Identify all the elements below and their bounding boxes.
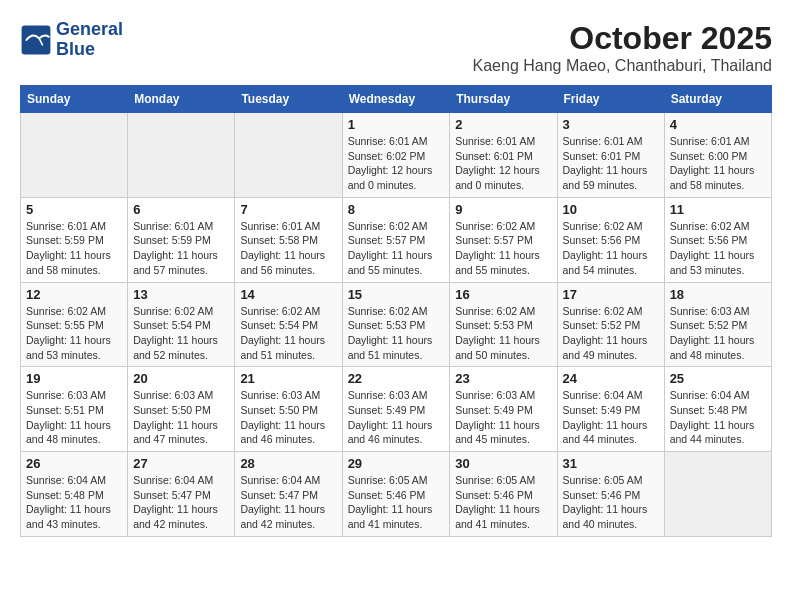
calendar-cell: 28Sunrise: 6:04 AM Sunset: 5:47 PM Dayli… (235, 452, 342, 537)
calendar-table: SundayMondayTuesdayWednesdayThursdayFrid… (20, 85, 772, 537)
calendar-week-1: 1Sunrise: 6:01 AM Sunset: 6:02 PM Daylig… (21, 113, 772, 198)
day-info: Sunrise: 6:02 AM Sunset: 5:54 PM Dayligh… (133, 304, 229, 363)
weekday-header-sunday: Sunday (21, 86, 128, 113)
calendar-cell: 22Sunrise: 6:03 AM Sunset: 5:49 PM Dayli… (342, 367, 450, 452)
calendar-cell: 24Sunrise: 6:04 AM Sunset: 5:49 PM Dayli… (557, 367, 664, 452)
day-number: 14 (240, 287, 336, 302)
calendar-cell: 27Sunrise: 6:04 AM Sunset: 5:47 PM Dayli… (128, 452, 235, 537)
calendar-cell: 1Sunrise: 6:01 AM Sunset: 6:02 PM Daylig… (342, 113, 450, 198)
day-number: 21 (240, 371, 336, 386)
day-info: Sunrise: 6:03 AM Sunset: 5:52 PM Dayligh… (670, 304, 766, 363)
day-info: Sunrise: 6:01 AM Sunset: 6:02 PM Dayligh… (348, 134, 445, 193)
day-number: 9 (455, 202, 551, 217)
day-info: Sunrise: 6:04 AM Sunset: 5:48 PM Dayligh… (670, 388, 766, 447)
day-number: 12 (26, 287, 122, 302)
day-number: 28 (240, 456, 336, 471)
day-info: Sunrise: 6:05 AM Sunset: 5:46 PM Dayligh… (563, 473, 659, 532)
day-info: Sunrise: 6:04 AM Sunset: 5:49 PM Dayligh… (563, 388, 659, 447)
day-info: Sunrise: 6:03 AM Sunset: 5:50 PM Dayligh… (133, 388, 229, 447)
calendar-cell: 3Sunrise: 6:01 AM Sunset: 6:01 PM Daylig… (557, 113, 664, 198)
day-info: Sunrise: 6:02 AM Sunset: 5:52 PM Dayligh… (563, 304, 659, 363)
day-number: 6 (133, 202, 229, 217)
calendar-cell: 5Sunrise: 6:01 AM Sunset: 5:59 PM Daylig… (21, 197, 128, 282)
day-info: Sunrise: 6:04 AM Sunset: 5:48 PM Dayligh… (26, 473, 122, 532)
day-number: 11 (670, 202, 766, 217)
day-number: 20 (133, 371, 229, 386)
calendar-cell: 12Sunrise: 6:02 AM Sunset: 5:55 PM Dayli… (21, 282, 128, 367)
day-info: Sunrise: 6:02 AM Sunset: 5:56 PM Dayligh… (563, 219, 659, 278)
day-number: 26 (26, 456, 122, 471)
page-title: October 2025 (473, 20, 772, 57)
day-info: Sunrise: 6:03 AM Sunset: 5:49 PM Dayligh… (348, 388, 445, 447)
day-info: Sunrise: 6:01 AM Sunset: 5:59 PM Dayligh… (26, 219, 122, 278)
day-info: Sunrise: 6:03 AM Sunset: 5:51 PM Dayligh… (26, 388, 122, 447)
calendar-cell: 8Sunrise: 6:02 AM Sunset: 5:57 PM Daylig… (342, 197, 450, 282)
day-info: Sunrise: 6:01 AM Sunset: 6:00 PM Dayligh… (670, 134, 766, 193)
calendar-cell: 4Sunrise: 6:01 AM Sunset: 6:00 PM Daylig… (664, 113, 771, 198)
day-number: 16 (455, 287, 551, 302)
calendar-cell: 7Sunrise: 6:01 AM Sunset: 5:58 PM Daylig… (235, 197, 342, 282)
calendar-cell: 13Sunrise: 6:02 AM Sunset: 5:54 PM Dayli… (128, 282, 235, 367)
calendar-cell: 15Sunrise: 6:02 AM Sunset: 5:53 PM Dayli… (342, 282, 450, 367)
calendar-cell: 18Sunrise: 6:03 AM Sunset: 5:52 PM Dayli… (664, 282, 771, 367)
day-info: Sunrise: 6:01 AM Sunset: 6:01 PM Dayligh… (455, 134, 551, 193)
logo: General Blue (20, 20, 123, 60)
weekday-header-row: SundayMondayTuesdayWednesdayThursdayFrid… (21, 86, 772, 113)
calendar-cell: 20Sunrise: 6:03 AM Sunset: 5:50 PM Dayli… (128, 367, 235, 452)
calendar-cell: 10Sunrise: 6:02 AM Sunset: 5:56 PM Dayli… (557, 197, 664, 282)
day-info: Sunrise: 6:02 AM Sunset: 5:54 PM Dayligh… (240, 304, 336, 363)
day-number: 27 (133, 456, 229, 471)
day-info: Sunrise: 6:02 AM Sunset: 5:57 PM Dayligh… (455, 219, 551, 278)
calendar-cell: 19Sunrise: 6:03 AM Sunset: 5:51 PM Dayli… (21, 367, 128, 452)
weekday-header-friday: Friday (557, 86, 664, 113)
weekday-header-monday: Monday (128, 86, 235, 113)
day-info: Sunrise: 6:05 AM Sunset: 5:46 PM Dayligh… (348, 473, 445, 532)
calendar-week-4: 19Sunrise: 6:03 AM Sunset: 5:51 PM Dayli… (21, 367, 772, 452)
logo-icon (20, 24, 52, 56)
calendar-cell: 21Sunrise: 6:03 AM Sunset: 5:50 PM Dayli… (235, 367, 342, 452)
day-number: 31 (563, 456, 659, 471)
day-info: Sunrise: 6:01 AM Sunset: 5:59 PM Dayligh… (133, 219, 229, 278)
weekday-header-saturday: Saturday (664, 86, 771, 113)
title-block: October 2025 Kaeng Hang Maeo, Chanthabur… (473, 20, 772, 75)
calendar-cell: 25Sunrise: 6:04 AM Sunset: 5:48 PM Dayli… (664, 367, 771, 452)
day-number: 1 (348, 117, 445, 132)
day-number: 18 (670, 287, 766, 302)
day-number: 30 (455, 456, 551, 471)
weekday-header-tuesday: Tuesday (235, 86, 342, 113)
day-info: Sunrise: 6:01 AM Sunset: 5:58 PM Dayligh… (240, 219, 336, 278)
calendar-cell (128, 113, 235, 198)
header: General Blue October 2025 Kaeng Hang Mae… (20, 20, 772, 75)
page-subtitle: Kaeng Hang Maeo, Chanthaburi, Thailand (473, 57, 772, 75)
calendar-cell: 9Sunrise: 6:02 AM Sunset: 5:57 PM Daylig… (450, 197, 557, 282)
day-number: 8 (348, 202, 445, 217)
logo-text: General Blue (56, 20, 123, 60)
day-info: Sunrise: 6:03 AM Sunset: 5:49 PM Dayligh… (455, 388, 551, 447)
day-number: 4 (670, 117, 766, 132)
calendar-cell: 26Sunrise: 6:04 AM Sunset: 5:48 PM Dayli… (21, 452, 128, 537)
day-number: 29 (348, 456, 445, 471)
day-info: Sunrise: 6:02 AM Sunset: 5:53 PM Dayligh… (455, 304, 551, 363)
calendar-cell: 30Sunrise: 6:05 AM Sunset: 5:46 PM Dayli… (450, 452, 557, 537)
calendar-cell: 17Sunrise: 6:02 AM Sunset: 5:52 PM Dayli… (557, 282, 664, 367)
day-info: Sunrise: 6:02 AM Sunset: 5:57 PM Dayligh… (348, 219, 445, 278)
day-number: 17 (563, 287, 659, 302)
day-info: Sunrise: 6:01 AM Sunset: 6:01 PM Dayligh… (563, 134, 659, 193)
day-info: Sunrise: 6:04 AM Sunset: 5:47 PM Dayligh… (133, 473, 229, 532)
day-info: Sunrise: 6:03 AM Sunset: 5:50 PM Dayligh… (240, 388, 336, 447)
day-number: 22 (348, 371, 445, 386)
weekday-header-wednesday: Wednesday (342, 86, 450, 113)
calendar-cell (21, 113, 128, 198)
calendar-cell: 23Sunrise: 6:03 AM Sunset: 5:49 PM Dayli… (450, 367, 557, 452)
day-info: Sunrise: 6:02 AM Sunset: 5:56 PM Dayligh… (670, 219, 766, 278)
day-number: 25 (670, 371, 766, 386)
calendar-cell: 2Sunrise: 6:01 AM Sunset: 6:01 PM Daylig… (450, 113, 557, 198)
day-number: 19 (26, 371, 122, 386)
calendar-week-3: 12Sunrise: 6:02 AM Sunset: 5:55 PM Dayli… (21, 282, 772, 367)
day-info: Sunrise: 6:05 AM Sunset: 5:46 PM Dayligh… (455, 473, 551, 532)
day-info: Sunrise: 6:02 AM Sunset: 5:55 PM Dayligh… (26, 304, 122, 363)
calendar-cell (235, 113, 342, 198)
calendar-cell: 6Sunrise: 6:01 AM Sunset: 5:59 PM Daylig… (128, 197, 235, 282)
calendar-cell: 29Sunrise: 6:05 AM Sunset: 5:46 PM Dayli… (342, 452, 450, 537)
calendar-cell: 11Sunrise: 6:02 AM Sunset: 5:56 PM Dayli… (664, 197, 771, 282)
